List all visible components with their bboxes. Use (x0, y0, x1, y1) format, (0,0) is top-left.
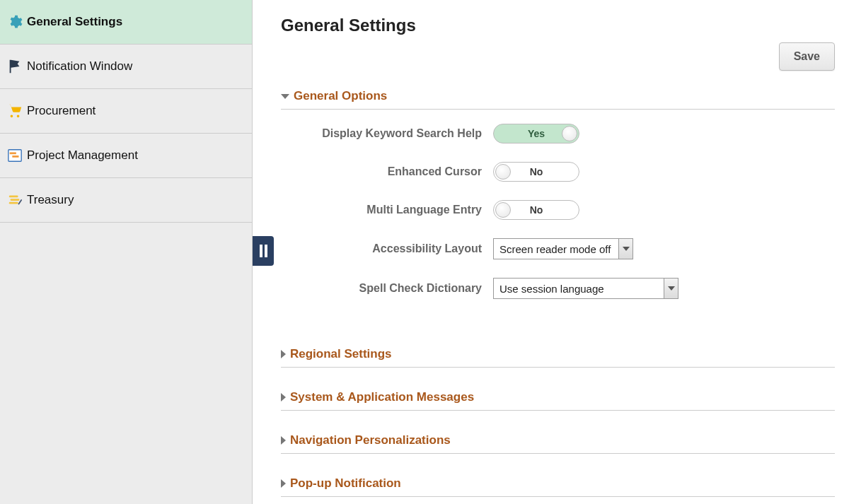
field-spell-check-dictionary: Spell Check Dictionary Use session langu… (309, 278, 835, 299)
flag-icon (7, 59, 23, 74)
page-title: General Settings (281, 16, 835, 35)
chevron-down-icon (618, 239, 633, 259)
section-title: General Options (294, 89, 387, 103)
sidebar-item-treasury[interactable]: Treasury (0, 178, 252, 223)
select-spell-check-dictionary[interactable]: Use session language (493, 278, 678, 299)
sidebar-item-label: Notification Window (27, 59, 132, 74)
field-label: Multi Language Entry (309, 204, 493, 216)
field-label: Spell Check Dictionary (309, 282, 493, 295)
field-label: Accessibility Layout (309, 242, 493, 255)
section-title: Regional Settings (290, 347, 392, 361)
caret-right-icon (281, 350, 286, 358)
field-enhanced-cursor: Enhanced Cursor No (309, 162, 835, 182)
caret-right-icon (281, 479, 286, 488)
toggle-knob (562, 126, 577, 141)
field-display-keyword-search-help: Display Keyword Search Help Yes (309, 124, 835, 143)
sidebar-item-label: General Settings (27, 15, 122, 29)
sidebar-collapse-toggle[interactable] (253, 236, 274, 266)
button-bar: Save (281, 42, 835, 71)
toggle-knob (495, 202, 511, 218)
toggle-enhanced-cursor[interactable]: No (493, 162, 579, 182)
section-popup-notification: Pop-up Notification (281, 472, 835, 497)
field-accessibility-layout: Accessibility Layout Screen reader mode … (309, 238, 835, 259)
svg-rect-3 (9, 196, 18, 198)
gear-icon (7, 14, 23, 30)
pause-icon (260, 245, 267, 257)
field-multi-language-entry: Multi Language Entry No (309, 200, 835, 220)
select-accessibility-layout[interactable]: Screen reader mode off (493, 238, 633, 259)
section-title: Pop-up Notification (290, 476, 401, 491)
section-regional-settings: Regional Settings (281, 343, 835, 368)
toggle-knob (495, 164, 511, 180)
section-header-regional-settings[interactable]: Regional Settings (281, 343, 835, 368)
main-content: General Settings Save General Options Di… (253, 0, 849, 504)
section-header-system-app-messages[interactable]: System & Application Messages (281, 386, 835, 411)
svg-rect-2 (12, 156, 18, 158)
sidebar: General Settings Notification Window Pro… (0, 0, 253, 504)
coins-icon (7, 192, 23, 208)
section-header-popup-notification[interactable]: Pop-up Notification (281, 472, 835, 497)
svg-rect-4 (11, 199, 20, 201)
toggle-display-keyword-search-help[interactable]: Yes (493, 124, 579, 143)
sidebar-item-label: Project Management (27, 148, 138, 163)
section-header-navigation-personalizations[interactable]: Navigation Personalizations (281, 429, 835, 454)
gantt-icon (7, 148, 23, 163)
section-title: Navigation Personalizations (290, 433, 451, 447)
toggle-multi-language-entry[interactable]: No (493, 200, 579, 220)
section-body-general-options: Display Keyword Search Help Yes Enhanced… (281, 110, 835, 324)
save-button[interactable]: Save (779, 42, 835, 71)
section-general-options: General Options Display Keyword Search H… (281, 85, 835, 324)
toggle-value: Yes (528, 128, 545, 139)
caret-down-icon (281, 94, 289, 99)
select-value: Use session language (494, 279, 664, 298)
section-system-app-messages: System & Application Messages (281, 386, 835, 411)
caret-right-icon (281, 436, 286, 445)
field-label: Display Keyword Search Help (309, 127, 493, 140)
section-header-general-options[interactable]: General Options (281, 85, 835, 110)
sidebar-item-project-management[interactable]: Project Management (0, 134, 252, 178)
field-label: Enhanced Cursor (309, 165, 493, 178)
sidebar-item-procurement[interactable]: Procurement (0, 89, 252, 134)
select-value: Screen reader mode off (494, 239, 618, 259)
caret-right-icon (281, 393, 286, 402)
sidebar-item-notification-window[interactable]: Notification Window (0, 45, 252, 89)
toggle-value: No (530, 204, 543, 216)
sidebar-item-general-settings[interactable]: General Settings (0, 0, 252, 45)
section-title: System & Application Messages (290, 390, 474, 404)
sidebar-item-label: Treasury (27, 193, 74, 207)
svg-rect-5 (9, 202, 18, 204)
chevron-down-icon (664, 279, 678, 298)
svg-rect-1 (10, 152, 16, 154)
cart-icon (7, 103, 23, 119)
toggle-value: No (530, 166, 543, 177)
sidebar-item-label: Procurement (27, 104, 96, 118)
section-navigation-personalizations: Navigation Personalizations (281, 429, 835, 454)
